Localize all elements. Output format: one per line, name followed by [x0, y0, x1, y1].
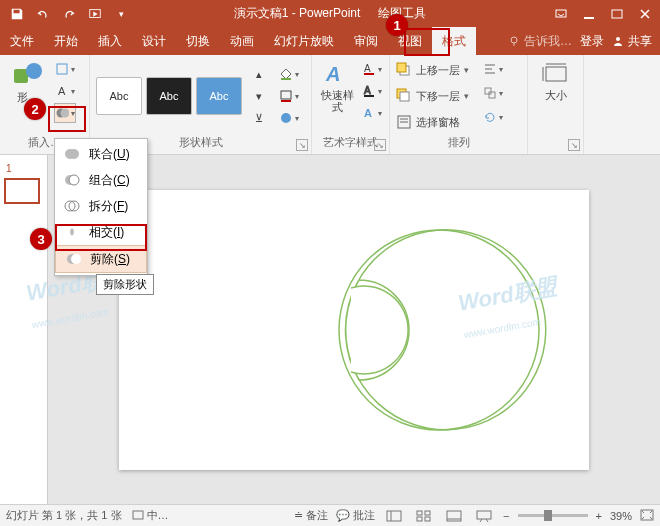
subtracted-circle-shape[interactable] [329, 220, 549, 440]
shape-style-3[interactable]: Abc [196, 77, 242, 115]
tab-review[interactable]: 审阅 [344, 27, 388, 55]
send-backward-icon [396, 88, 412, 104]
tell-me-search[interactable]: 告诉我… [508, 33, 572, 50]
callout-2: 2 [24, 98, 46, 120]
tooltip-subtract: 剪除形状 [96, 274, 154, 295]
bring-forward-button[interactable]: 上移一层▾ [396, 59, 478, 81]
shape-style-1[interactable]: Abc [96, 77, 142, 115]
gallery-up-button[interactable]: ▴ [248, 64, 270, 84]
wordart-dialog-launcher[interactable]: ↘ [374, 139, 386, 151]
group-button[interactable] [482, 83, 504, 103]
text-effects-button[interactable]: A [361, 103, 383, 123]
tab-design[interactable]: 设计 [132, 27, 176, 55]
reading-view-button[interactable] [443, 507, 465, 525]
maximize-button[interactable] [606, 3, 628, 25]
notes-button[interactable]: ≐ 备注 [294, 508, 328, 523]
status-language[interactable]: 中… [132, 508, 169, 523]
undo-button[interactable] [32, 3, 54, 25]
slide-canvas[interactable] [119, 190, 589, 470]
fit-to-window-button[interactable] [640, 509, 654, 523]
rotate-icon [483, 110, 497, 124]
window-controls [550, 3, 656, 25]
slide-thumbnail-1[interactable] [4, 178, 40, 204]
zoom-out-button[interactable]: − [503, 510, 509, 522]
send-backward-button[interactable]: 下移一层▾ [396, 85, 478, 107]
group-arrange: 上移一层▾ 下移一层▾ 选择窗格 排列 [390, 55, 528, 154]
menu-subtract[interactable]: 剪除(S) [55, 245, 147, 273]
size-icon [542, 61, 570, 87]
comments-button[interactable]: 💬 批注 [336, 508, 375, 523]
share-icon [612, 35, 624, 47]
redo-button[interactable] [58, 3, 80, 25]
share-button[interactable]: 共享 [612, 33, 652, 50]
selection-pane-button[interactable]: 选择窗格 [396, 111, 478, 133]
effects-icon [279, 111, 293, 125]
tab-home[interactable]: 开始 [44, 27, 88, 55]
tab-slideshow[interactable]: 幻灯片放映 [264, 27, 344, 55]
svg-rect-52 [425, 511, 430, 515]
status-slide-info: 幻灯片 第 1 张，共 1 张 [6, 508, 122, 523]
quick-styles-label: 快速样式 [320, 89, 355, 113]
menu-union[interactable]: 联合(U) [55, 141, 147, 167]
group-label-arrange: 排列 [396, 133, 521, 154]
svg-text:A: A [58, 85, 66, 97]
tab-animations[interactable]: 动画 [220, 27, 264, 55]
edit-shape-button[interactable] [54, 59, 76, 79]
slides-panel[interactable]: 1 [0, 155, 48, 504]
signin-link[interactable]: 登录 [580, 33, 604, 50]
size-dialog-launcher[interactable]: ↘ [568, 139, 580, 151]
zoom-in-button[interactable]: + [596, 510, 602, 522]
ribbon-tabs: 文件 开始 插入 设计 切换 动画 幻灯片放映 审阅 视图 格式 告诉我… 登录… [0, 27, 660, 55]
group-icon [483, 86, 497, 100]
qat-customize-button[interactable]: ▾ [110, 3, 132, 25]
text-outline-button[interactable]: A [361, 81, 383, 101]
shape-fill-button[interactable] [278, 64, 300, 84]
shape-styles-dialog-launcher[interactable]: ↘ [296, 139, 308, 151]
svg-rect-34 [489, 92, 495, 98]
save-button[interactable] [6, 3, 28, 25]
start-from-beginning-button[interactable] [84, 3, 106, 25]
close-button[interactable] [634, 3, 656, 25]
tab-transitions[interactable]: 切换 [176, 27, 220, 55]
normal-view-button[interactable] [383, 507, 405, 525]
ribbon-options-button[interactable] [550, 3, 572, 25]
text-box-button[interactable]: A [54, 81, 76, 101]
svg-point-16 [281, 113, 291, 123]
shapes-gallery-button[interactable]: 形… [6, 59, 50, 105]
svg-point-4 [511, 37, 517, 43]
menu-fragment[interactable]: 拆分(F) [55, 193, 147, 219]
svg-rect-51 [417, 511, 422, 515]
merge-shapes-button[interactable] [54, 103, 76, 123]
text-fill-button[interactable]: A [361, 59, 383, 79]
zoom-level[interactable]: 39% [610, 510, 632, 522]
svg-rect-15 [281, 100, 291, 102]
shape-style-2[interactable]: Abc [146, 77, 192, 115]
svg-text:A: A [364, 63, 371, 74]
tab-format[interactable]: 格式 [432, 27, 476, 55]
svg-rect-19 [364, 73, 374, 75]
svg-rect-7 [14, 69, 28, 83]
shape-outline-button[interactable] [278, 86, 300, 106]
gallery-down-button[interactable]: ▾ [248, 86, 270, 106]
merge-shapes-icon [55, 106, 69, 120]
align-button[interactable] [482, 59, 504, 79]
menu-combine[interactable]: 组合(C) [55, 167, 147, 193]
zoom-slider[interactable] [518, 514, 588, 517]
shape-effects-button[interactable] [278, 108, 300, 128]
svg-rect-9 [57, 64, 67, 74]
menu-intersect[interactable]: 相交(I) [55, 219, 147, 245]
quick-styles-button[interactable]: A 快速样式 [318, 59, 357, 115]
tell-me-label: 告诉我… [524, 33, 572, 50]
sorter-view-button[interactable] [413, 507, 435, 525]
size-label: 大小 [545, 89, 567, 101]
svg-rect-13 [281, 78, 291, 80]
slideshow-view-button[interactable] [473, 507, 495, 525]
svg-rect-57 [477, 511, 491, 519]
gallery-more-button[interactable]: ⊻ [248, 108, 270, 128]
tab-file[interactable]: 文件 [0, 27, 44, 55]
tab-insert[interactable]: 插入 [88, 27, 132, 55]
rotate-button[interactable] [482, 107, 504, 127]
size-button[interactable]: 大小 [534, 59, 577, 103]
group-size: 大小 ↘ [528, 55, 584, 154]
minimize-button[interactable] [578, 3, 600, 25]
